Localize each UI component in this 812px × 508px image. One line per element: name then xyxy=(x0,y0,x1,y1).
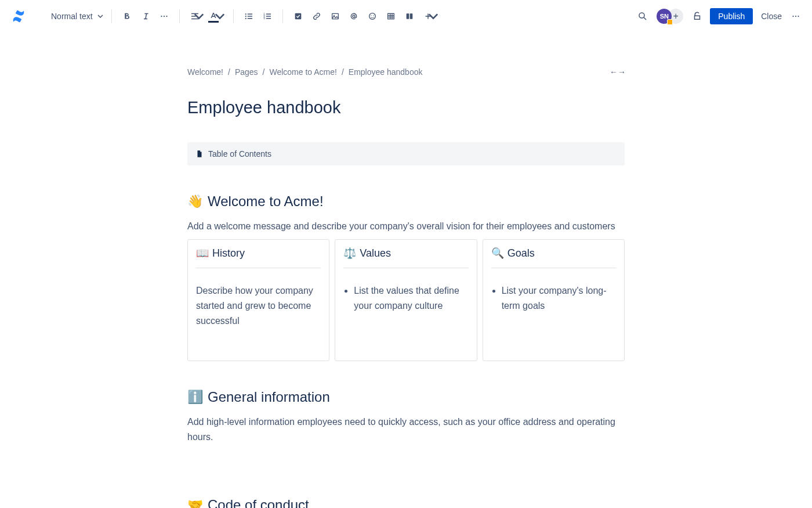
divider xyxy=(343,268,468,268)
italic-button[interactable] xyxy=(136,7,155,26)
svg-rect-9 xyxy=(295,13,301,20)
section-intro[interactable]: Add high-level information employees nee… xyxy=(187,415,625,444)
chevron-down-icon xyxy=(428,11,438,21)
separator xyxy=(233,9,234,23)
insert-dropdown[interactable] xyxy=(419,7,437,26)
separator xyxy=(111,9,112,23)
scales-emoji: ⚖️ xyxy=(343,247,356,260)
card-bullet[interactable]: List your company's long-term goals xyxy=(502,283,616,313)
section-heading-conduct[interactable]: 🤝 Code of conduct xyxy=(187,497,625,508)
handshake-emoji: 🤝 xyxy=(187,498,203,508)
action-item-button[interactable] xyxy=(289,7,307,26)
separator xyxy=(179,9,180,23)
wave-emoji: 👋 xyxy=(187,194,203,209)
text-style-label: Normal text xyxy=(51,12,93,21)
page-title[interactable]: Employee handbook xyxy=(187,98,625,118)
confluence-logo[interactable] xyxy=(12,9,26,23)
breadcrumb-item[interactable]: Welcome to Acme! xyxy=(269,67,336,77)
toc-label: Table of Contents xyxy=(208,149,271,158)
breadcrumb: Welcome! / Pages / Welcome to Acme! / Em… xyxy=(187,67,422,77)
text-style-dropdown[interactable]: Normal text xyxy=(49,8,106,24)
more-actions-button[interactable] xyxy=(786,7,805,26)
svg-point-0 xyxy=(161,16,162,17)
book-emoji: 📖 xyxy=(196,247,209,260)
card-body[interactable]: Describe how your company started and gr… xyxy=(196,283,321,328)
breadcrumb-item[interactable]: Employee handbook xyxy=(349,67,423,77)
bold-button[interactable] xyxy=(118,7,136,26)
section-heading-general[interactable]: ℹ️ General information xyxy=(187,389,625,405)
breadcrumb-item[interactable]: Welcome! xyxy=(187,67,223,77)
publish-button[interactable]: Publish xyxy=(710,8,753,24)
svg-point-1 xyxy=(163,16,164,17)
info-emoji: ℹ️ xyxy=(187,390,203,405)
svg-point-13 xyxy=(371,15,371,16)
divider xyxy=(491,268,616,268)
close-button[interactable]: Close xyxy=(756,8,786,24)
section-heading-welcome[interactable]: 👋 Welcome to Acme! xyxy=(187,193,625,210)
breadcrumb-item[interactable]: Pages xyxy=(235,67,258,77)
link-button[interactable] xyxy=(307,7,326,26)
chevron-down-icon xyxy=(215,11,225,21)
bullet-list-button[interactable] xyxy=(240,7,258,26)
separator xyxy=(282,9,283,23)
document-icon xyxy=(195,149,204,158)
section-intro[interactable]: Add a welcome message and describe your … xyxy=(187,219,625,234)
chevron-down-icon xyxy=(194,11,204,21)
svg-rect-10 xyxy=(332,13,338,19)
magnifier-emoji: 🔍 xyxy=(491,247,504,260)
svg-point-4 xyxy=(245,16,246,17)
table-button[interactable] xyxy=(382,7,400,26)
card-goals[interactable]: 🔍Goals List your company's long-term goa… xyxy=(483,239,625,361)
editor-toolbar: Normal text 123 SN + Publish Close xyxy=(0,0,812,33)
card-values[interactable]: ⚖️Values List the values that define you… xyxy=(335,239,477,361)
text-color-dropdown[interactable] xyxy=(204,7,223,26)
chevron-down-icon xyxy=(97,13,103,19)
content-width-toggle[interactable]: ← → xyxy=(610,67,625,77)
three-column-layout: 📖History Describe how your company start… xyxy=(187,239,625,361)
image-button[interactable] xyxy=(326,7,345,26)
svg-point-20 xyxy=(795,16,796,17)
svg-rect-17 xyxy=(409,13,412,19)
align-dropdown[interactable] xyxy=(186,7,204,26)
emoji-button[interactable] xyxy=(363,7,382,26)
svg-rect-15 xyxy=(387,13,394,19)
divider xyxy=(196,268,321,268)
svg-point-12 xyxy=(369,13,375,20)
card-bullet[interactable]: List the values that define your company… xyxy=(354,283,468,313)
avatar-status-badge xyxy=(667,19,673,25)
table-of-contents-macro[interactable]: Table of Contents xyxy=(187,142,625,165)
find-replace-button[interactable] xyxy=(633,7,652,26)
more-formatting-button[interactable] xyxy=(155,7,173,26)
user-avatar[interactable]: SN xyxy=(657,9,672,24)
svg-point-19 xyxy=(792,16,793,17)
numbered-list-button[interactable]: 123 xyxy=(258,7,277,26)
card-history[interactable]: 📖History Describe how your company start… xyxy=(187,239,329,361)
svg-point-5 xyxy=(245,18,246,19)
svg-text:3: 3 xyxy=(263,17,265,20)
svg-point-21 xyxy=(798,16,799,17)
mention-button[interactable] xyxy=(345,7,363,26)
svg-point-14 xyxy=(373,15,374,16)
layouts-button[interactable] xyxy=(400,7,419,26)
svg-point-2 xyxy=(166,16,167,17)
svg-rect-16 xyxy=(406,13,409,19)
restrictions-button[interactable] xyxy=(688,7,706,26)
svg-point-18 xyxy=(639,13,644,18)
editor-content[interactable]: Welcome! / Pages / Welcome to Acme! / Em… xyxy=(183,33,629,508)
svg-point-3 xyxy=(245,13,246,15)
